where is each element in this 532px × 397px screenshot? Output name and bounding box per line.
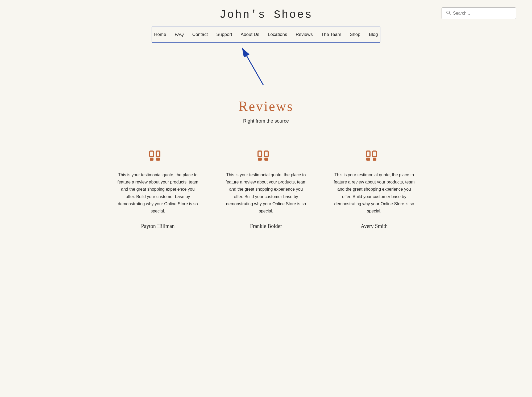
quote-icon-0 [117, 151, 199, 165]
svg-rect-14 [373, 151, 376, 157]
svg-rect-13 [366, 158, 370, 161]
svg-rect-5 [150, 158, 153, 161]
svg-rect-15 [373, 158, 376, 161]
testimonial-text-0: This is your testimonial quote, the plac… [117, 171, 199, 215]
search-box[interactable] [442, 7, 516, 19]
svg-rect-9 [258, 158, 262, 161]
nav-faq[interactable]: FAQ [171, 31, 188, 38]
nav-blog[interactable]: Blog [365, 31, 382, 38]
nav-team[interactable]: The Team [317, 31, 346, 38]
reviews-subtitle: Right from the source [5, 118, 527, 124]
nav-reviews[interactable]: Reviews [291, 31, 317, 38]
search-icon [446, 10, 451, 16]
reviews-section: Reviews Right from the source [0, 88, 532, 129]
nav-shop[interactable]: Shop [346, 31, 365, 38]
testimonial-card-1: This is your testimonial quote, the plac… [212, 145, 320, 235]
svg-rect-8 [258, 151, 262, 157]
svg-line-1 [449, 14, 450, 15]
nav: HomeFAQContactSupportAbout UsLocationsRe… [152, 27, 380, 42]
nav-contact[interactable]: Contact [188, 31, 212, 38]
svg-rect-12 [366, 151, 370, 157]
testimonials-grid: This is your testimonial quote, the plac… [93, 145, 439, 235]
site-title: John's Shoes [219, 9, 313, 21]
nav-container: HomeFAQContactSupportAbout UsLocationsRe… [152, 27, 380, 43]
testimonial-card-2: This is your testimonial quote, the plac… [320, 145, 428, 235]
testimonial-text-1: This is your testimonial quote, the plac… [225, 171, 307, 215]
svg-rect-10 [264, 151, 268, 157]
nav-home[interactable]: Home [150, 31, 170, 38]
svg-rect-11 [264, 158, 268, 161]
nav-support[interactable]: Support [212, 31, 236, 38]
header: John's Shoes [0, 0, 532, 27]
testimonial-author-0: Payton Hillman [117, 223, 199, 229]
svg-rect-4 [150, 151, 153, 157]
testimonial-author-2: Avery Smith [333, 223, 415, 229]
reviews-title: Reviews [5, 98, 527, 114]
annotation-arrow [229, 43, 271, 88]
svg-rect-6 [156, 151, 160, 157]
testimonial-author-1: Frankie Bolder [225, 223, 307, 229]
svg-line-3 [242, 48, 263, 85]
testimonial-card-0: This is your testimonial quote, the plac… [104, 145, 212, 235]
nav-locations[interactable]: Locations [264, 31, 292, 38]
quote-icon-2 [333, 151, 415, 165]
quote-icon-1 [225, 151, 307, 165]
nav-about[interactable]: About Us [236, 31, 264, 38]
svg-rect-7 [156, 158, 160, 161]
search-input[interactable] [453, 11, 512, 16]
testimonial-text-2: This is your testimonial quote, the plac… [333, 171, 415, 215]
